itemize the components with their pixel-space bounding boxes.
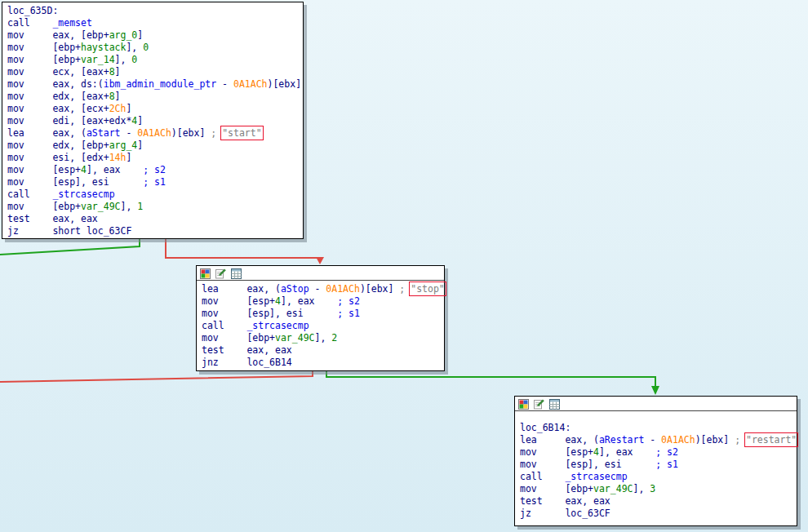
asm-token: mov [ebp+ bbox=[7, 54, 81, 65]
asm-line[interactable]: call _strcasecmp bbox=[202, 320, 444, 332]
asm-token: ] bbox=[115, 91, 121, 102]
asm-line[interactable]: mov [esp], esi ; s1 bbox=[7, 176, 303, 188]
asm-token: 0A1ACh bbox=[137, 127, 171, 139]
asm-token: lea eax, ( bbox=[202, 283, 281, 295]
asm-token: mov esi, [edx+ bbox=[7, 152, 109, 163]
asm-line[interactable]: mov [ebp+var_49C], 1 bbox=[7, 201, 303, 213]
asm-token: 0 bbox=[143, 42, 149, 53]
edge-taken bbox=[0, 239, 140, 255]
asm-token: )[ebx] bbox=[695, 434, 735, 446]
asm-line[interactable]: mov [esp], esi ; s1 bbox=[202, 308, 444, 320]
basic-block-loc_635D[interactable]: loc_635D:call _memsetmov eax, [ebp+arg_0… bbox=[2, 2, 304, 239]
asm-line[interactable]: test eax, eax bbox=[202, 344, 444, 357]
asm-token: 0A1ACh bbox=[233, 78, 268, 90]
asm-token: ; s1 bbox=[655, 459, 678, 470]
asm-token: ] bbox=[126, 152, 131, 163]
asm-line[interactable]: mov edi, [eax+edx*4] bbox=[7, 115, 303, 127]
asm-token: haystack bbox=[81, 42, 126, 53]
asm-line[interactable]: mov [esp], esi ; s1 bbox=[520, 459, 797, 471]
edge-taken bbox=[326, 371, 655, 387]
asm-line[interactable]: lea eax, (aStop - 0A1ACh)[ebx] ; "stop" bbox=[202, 283, 444, 295]
asm-token: var_49C bbox=[593, 483, 633, 494]
asm-token: call bbox=[7, 17, 52, 29]
asm-token: aRestart bbox=[599, 434, 644, 446]
asm-token: 4 bbox=[275, 295, 281, 307]
asm-line[interactable]: lea eax, (aRestart - 0A1ACh)[ebx] ; "res… bbox=[520, 434, 797, 446]
asm-line[interactable]: mov edx, [eax+8] bbox=[7, 91, 303, 103]
asm-token: var_14 bbox=[81, 54, 115, 65]
asm-token: - bbox=[309, 283, 326, 295]
asm-token: arg_4 bbox=[109, 140, 138, 151]
asm-token: ], eax bbox=[281, 295, 337, 307]
asm-token: 3 bbox=[650, 483, 655, 494]
asm-token: mov edx, [eax+ bbox=[7, 91, 109, 102]
asm-token: 2 bbox=[331, 332, 337, 344]
asm-token: aStart bbox=[87, 127, 121, 139]
asm-token: ; s2 bbox=[337, 295, 360, 307]
asm-line[interactable]: mov [esp+4], eax ; s2 bbox=[7, 164, 303, 176]
asm-line[interactable]: test eax, eax bbox=[7, 213, 303, 225]
asm-token: jnz loc_6B14 bbox=[202, 357, 292, 368]
asm-line[interactable]: call _strcasecmp bbox=[520, 471, 797, 483]
asm-token: ; s1 bbox=[143, 176, 166, 188]
asm-token: )[ebx] bbox=[268, 78, 302, 90]
asm-code: lea eax, (aStop - 0A1ACh)[ebx] ; "stop"m… bbox=[197, 281, 444, 369]
node-hexview-icon[interactable] bbox=[549, 399, 560, 410]
asm-token: mov eax, ds:( bbox=[7, 78, 104, 90]
asm-line[interactable]: call _memset bbox=[7, 17, 303, 29]
asm-line[interactable]: loc_6B14: bbox=[520, 422, 797, 434]
asm-token: ], bbox=[126, 42, 143, 53]
edge-arrowhead bbox=[316, 257, 324, 264]
basic-block-stop-check[interactable]: lea eax, (aStop - 0A1ACh)[ebx] ; "stop"m… bbox=[196, 265, 445, 371]
asm-token: 0A1ACh bbox=[326, 283, 360, 295]
node-color-icon[interactable] bbox=[200, 268, 211, 279]
asm-line[interactable]: loc_635D: bbox=[7, 5, 303, 17]
asm-token: loc_635D: bbox=[7, 5, 58, 16]
node-toolbar bbox=[515, 397, 797, 411]
asm-line[interactable]: mov edx, [ebp+arg_4] bbox=[7, 140, 303, 152]
asm-token: mov edx, [ebp+ bbox=[7, 140, 109, 151]
highlighted-string: "restart" bbox=[746, 434, 797, 446]
asm-token: 0 bbox=[131, 54, 137, 65]
asm-token: test eax, eax bbox=[520, 495, 610, 507]
asm-token: - bbox=[216, 78, 233, 90]
asm-line[interactable]: call _strcasecmp bbox=[7, 188, 303, 201]
asm-line[interactable]: mov eax, [ebp+arg_0] bbox=[7, 29, 303, 42]
asm-line[interactable]: mov eax, [ecx+2Ch] bbox=[7, 103, 303, 115]
asm-token: jz loc_63CF bbox=[520, 508, 610, 519]
asm-line[interactable]: mov [esp+4], eax ; s2 bbox=[202, 295, 444, 308]
asm-line[interactable]: mov [ebp+haystack], 0 bbox=[7, 42, 303, 54]
asm-line[interactable]: mov eax, ds:(ibm_admin_module_ptr - 0A1A… bbox=[7, 78, 303, 91]
asm-token: 8 bbox=[109, 66, 115, 78]
asm-line[interactable]: mov [esp+4], eax ; s2 bbox=[520, 446, 797, 459]
asm-line[interactable]: jz short loc_63CF bbox=[7, 225, 303, 237]
edge-not-taken bbox=[166, 239, 320, 258]
asm-token: mov [ebp+ bbox=[520, 483, 593, 494]
asm-line[interactable]: mov esi, [edx+14h] bbox=[7, 152, 303, 164]
asm-line[interactable]: mov [ebp+var_14], 0 bbox=[7, 54, 303, 66]
basic-block-loc_6B14[interactable]: loc_6B14:lea eax, (aRestart - 0A1ACh)[eb… bbox=[514, 396, 797, 526]
asm-token: ], bbox=[115, 54, 132, 65]
asm-line[interactable]: jnz loc_6B14 bbox=[202, 357, 444, 369]
asm-token: call bbox=[520, 471, 565, 482]
asm-line[interactable]: mov [ebp+var_49C], 2 bbox=[202, 332, 444, 344]
asm-token: ], eax bbox=[599, 446, 655, 458]
asm-line[interactable]: mov ecx, [eax+8] bbox=[7, 66, 303, 78]
node-edit-icon[interactable] bbox=[534, 399, 544, 410]
asm-line[interactable]: mov [ebp+var_49C], 3 bbox=[520, 483, 797, 495]
asm-line[interactable]: lea eax, (aStart - 0A1ACh)[ebx] ; "start… bbox=[7, 127, 303, 140]
asm-token: )[ebx] bbox=[171, 127, 211, 139]
asm-line[interactable]: jz loc_63CF bbox=[520, 508, 797, 520]
node-color-icon[interactable] bbox=[518, 399, 529, 410]
graph-canvas[interactable]: loc_635D:call _memsetmov eax, [ebp+arg_0… bbox=[0, 0, 808, 532]
asm-token: _strcasecmp bbox=[52, 188, 114, 200]
asm-token: _strcasecmp bbox=[565, 471, 627, 482]
asm-token: ] bbox=[137, 140, 143, 151]
asm-token: call bbox=[202, 320, 246, 331]
asm-line[interactable]: test eax, eax bbox=[520, 495, 797, 508]
asm-token: lea eax, ( bbox=[520, 434, 599, 446]
node-hexview-icon[interactable] bbox=[231, 268, 242, 279]
node-edit-icon[interactable] bbox=[215, 268, 226, 279]
highlighted-string: "start" bbox=[222, 127, 261, 139]
asm-token: 4 bbox=[593, 446, 599, 458]
